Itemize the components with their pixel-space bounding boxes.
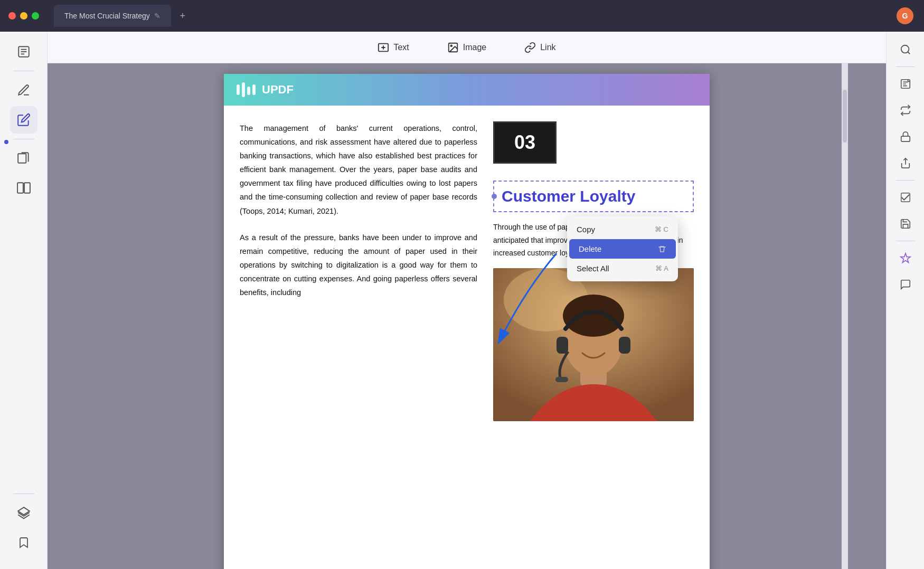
svg-rect-22 — [557, 337, 568, 354]
toolbar-link-label: Link — [540, 43, 555, 52]
selected-text-container[interactable]: Customer Loyalty — [493, 181, 694, 212]
scrollbar-thumb[interactable] — [843, 90, 847, 143]
svg-rect-29 — [901, 136, 910, 141]
svg-rect-4 — [18, 154, 26, 163]
svg-rect-14 — [252, 84, 256, 95]
selection-handle — [492, 194, 497, 199]
updf-logo-icon — [237, 82, 256, 97]
pdf-area[interactable]: UPDF The management of banks' current op… — [48, 63, 886, 569]
svg-rect-6 — [24, 183, 30, 193]
toolbar-text-label: Text — [393, 43, 409, 52]
select-all-label: Select All — [577, 264, 609, 273]
sidebar-divider-1 — [13, 71, 34, 71]
pdf-image — [493, 268, 694, 421]
share-icon-button[interactable] — [894, 151, 917, 175]
content-area: Text Image Link — [48, 32, 886, 569]
traffic-lights — [8, 12, 39, 20]
copy-shortcut: ⌘ C — [655, 225, 668, 233]
active-indicator — [4, 140, 8, 144]
right-sidebar-divider-3 — [896, 241, 915, 241]
left-sidebar — [0, 32, 48, 569]
ocr-icon-button[interactable] — [894, 72, 917, 96]
sidebar-item-bookmark[interactable] — [10, 529, 37, 556]
pdf-left-column: The management of banks' current operati… — [240, 121, 477, 421]
context-menu-select-all[interactable]: Select All ⌘ A — [567, 259, 678, 278]
protect-icon-button[interactable] — [894, 125, 917, 148]
svg-rect-31 — [901, 193, 910, 202]
svg-rect-24 — [555, 377, 568, 382]
context-menu-delete[interactable]: Delete — [569, 239, 676, 259]
svg-point-26 — [901, 45, 909, 53]
delete-label: Delete — [579, 244, 601, 253]
tab-edit-icon[interactable]: ✎ — [154, 12, 161, 20]
title-bar: The Most Crucial Strategy ✎ + G — [0, 0, 924, 32]
right-sidebar-divider-2 — [896, 180, 915, 181]
search-icon-button[interactable] — [894, 38, 917, 61]
pdf-paragraph-1: The management of banks' current operati… — [240, 121, 477, 218]
scrollbar-track[interactable] — [842, 63, 848, 569]
sidebar-bottom — [10, 490, 37, 563]
minimize-button[interactable] — [20, 12, 27, 20]
svg-line-27 — [908, 52, 910, 54]
svg-rect-13 — [247, 87, 250, 95]
close-button[interactable] — [8, 12, 16, 20]
sidebar-item-pages[interactable] — [10, 145, 37, 172]
svg-rect-23 — [619, 337, 630, 354]
sidebar-item-compare[interactable] — [10, 174, 37, 202]
tab-title: The Most Crucial Strategy — [64, 12, 150, 20]
add-tab-button[interactable]: + — [175, 8, 190, 23]
current-tab[interactable]: The Most Crucial Strategy ✎ — [54, 5, 171, 27]
toolbar-image[interactable]: Image — [439, 37, 495, 58]
maximize-button[interactable] — [32, 12, 39, 20]
svg-point-10 — [450, 45, 452, 46]
main-layout: Text Image Link — [0, 32, 924, 569]
convert-icon-button[interactable] — [894, 99, 917, 122]
copy-label: Copy — [577, 225, 595, 234]
toolbar-image-label: Image — [463, 43, 486, 52]
context-menu-copy[interactable]: Copy ⌘ C — [567, 220, 678, 239]
toolbar-link[interactable]: Link — [516, 37, 564, 58]
tab-area: The Most Crucial Strategy ✎ + — [54, 5, 190, 27]
top-toolbar: Text Image Link — [48, 32, 886, 63]
sidebar-item-annotate[interactable] — [10, 77, 37, 104]
svg-rect-11 — [237, 84, 240, 95]
sidebar-item-layers[interactable] — [10, 499, 37, 527]
toolbar-text[interactable]: Text — [369, 37, 417, 58]
pdf-page: UPDF The management of banks' current op… — [224, 74, 710, 569]
comment-icon-button[interactable] — [894, 273, 917, 296]
ai-icon-button[interactable] — [894, 246, 917, 270]
right-sidebar — [886, 32, 924, 569]
save-icon-button[interactable] — [894, 212, 917, 235]
context-menu: Copy ⌘ C Delete Select All ⌘ A — [567, 216, 678, 281]
right-sidebar-divider-1 — [896, 67, 915, 67]
svg-rect-12 — [242, 82, 245, 97]
sidebar-divider-3 — [13, 494, 34, 494]
delete-icon — [658, 245, 666, 253]
svg-rect-5 — [17, 183, 23, 193]
section-number-box: 03 — [493, 121, 557, 164]
section-title: Customer Loyalty — [502, 187, 685, 206]
svg-point-20 — [563, 295, 624, 337]
section-number: 03 — [514, 131, 535, 154]
sidebar-item-edit[interactable] — [10, 106, 37, 134]
avatar[interactable]: G — [897, 7, 913, 24]
updf-logo-text: UPDF — [262, 83, 294, 97]
pdf-header-banner: UPDF — [224, 74, 710, 106]
sidebar-item-document[interactable] — [10, 38, 37, 65]
pdf-paragraph-2: As a result of the pressure, banks have … — [240, 231, 477, 299]
check-icon-button[interactable] — [894, 186, 917, 209]
select-all-shortcut: ⌘ A — [655, 264, 668, 272]
sidebar-divider-2 — [13, 139, 34, 139]
